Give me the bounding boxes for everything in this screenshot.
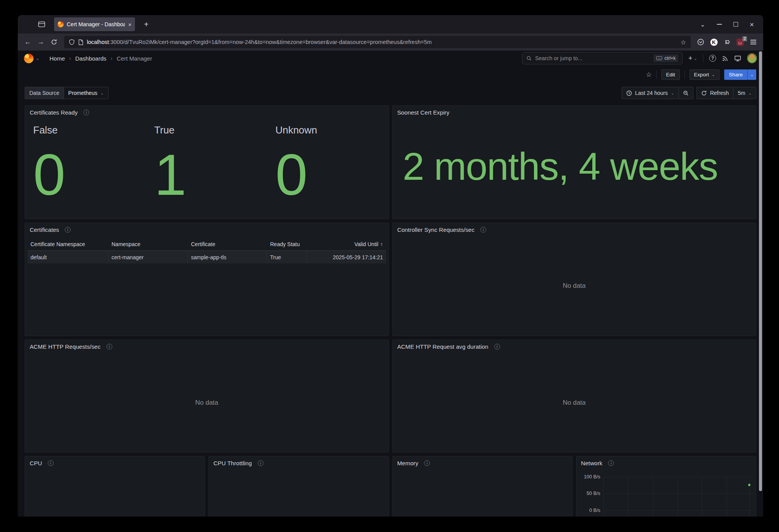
stat-false: False 0 — [25, 119, 146, 214]
refresh-icon — [701, 90, 707, 96]
refresh-group: Refresh 5m ⌄ — [696, 87, 756, 99]
panel-title[interactable]: Certificates — [30, 226, 59, 233]
info-icon[interactable]: i — [480, 227, 486, 233]
panel-title[interactable]: ACME HTTP Requests/sec — [30, 343, 101, 350]
page-info-icon[interactable] — [78, 39, 83, 45]
search-placeholder: Search or jump to... — [535, 55, 582, 61]
datasource-variable: Data Source Prometheus ⌄ — [25, 87, 108, 99]
info-icon[interactable]: i — [258, 460, 264, 466]
help-icon[interactable]: ? — [709, 55, 716, 62]
refresh-interval-dropdown[interactable]: 5m ⌄ — [733, 87, 756, 99]
stat-unknown: Unknown 0 — [267, 119, 389, 214]
panel-title[interactable]: CPU — [30, 460, 42, 466]
grafana-logo-icon[interactable] — [24, 54, 34, 63]
panel-title[interactable]: Soonest Cert Expiry — [397, 109, 449, 116]
extension-with-badge-icon[interactable]: ω 2 — [734, 36, 746, 48]
browser-tab[interactable]: Cert Manager - Dashboard × — [54, 17, 135, 31]
column-header-sorted[interactable]: Valid Until↑ — [307, 241, 386, 247]
pocket-icon[interactable] — [695, 36, 707, 48]
column-header[interactable]: Namespace — [108, 241, 188, 247]
info-icon[interactable]: i — [494, 344, 500, 350]
column-header[interactable]: Certificate Namespace — [27, 241, 108, 247]
table-header-row: Certificate Namespace Namespace Certific… — [27, 238, 386, 251]
news-rss-icon[interactable] — [722, 55, 728, 62]
no-data-message: No data — [25, 353, 389, 452]
breadcrumb-dashboards[interactable]: Dashboards — [75, 55, 106, 62]
network-chart[interactable]: 100 B/s 50 B/s 0 B/s — [576, 470, 756, 517]
tracking-shield-icon[interactable] — [69, 39, 75, 45]
url-bar[interactable]: localhost:3000/d/TvuRo2iMk/cert-manager?… — [64, 36, 691, 48]
list-all-tabs-icon[interactable]: ⌄ — [700, 21, 705, 28]
stat-values: False 0 True 1 Unknown 0 — [25, 119, 389, 214]
search-input[interactable]: Search or jump to... ctrl+k — [522, 52, 683, 64]
add-new-button[interactable]: +⌄ — [688, 54, 697, 62]
breadcrumb-home[interactable]: Home — [49, 55, 65, 62]
export-button[interactable]: Export ⌄ — [689, 69, 720, 80]
share-button[interactable]: Share — [724, 69, 747, 80]
monitor-icon[interactable] — [734, 55, 741, 62]
column-header[interactable]: Ready Statu — [267, 241, 307, 247]
new-tab-button[interactable]: + — [140, 19, 152, 30]
forward-button[interactable]: → — [35, 36, 47, 48]
reload-button[interactable] — [48, 36, 60, 48]
maximize-button[interactable] — [733, 22, 738, 27]
panel-title[interactable]: Controller Sync Requests/sec — [397, 226, 475, 233]
info-icon[interactable]: i — [424, 460, 430, 466]
stat-true: True 1 — [146, 119, 267, 214]
extension-badge: 2 — [742, 36, 747, 41]
panel-title[interactable]: Certificates Ready — [30, 109, 78, 116]
share-split-button: Share ⌄ — [724, 69, 756, 80]
grafana-header: ⌄ Home › Dashboards › Cert Manager Searc… — [18, 51, 763, 66]
panel-title[interactable]: CPU Throttling — [213, 460, 252, 466]
panel-certificates-ready: Certificates Ready i False 0 True 1 Unkn… — [25, 105, 389, 219]
tab-bar: Cert Manager - Dashboard × + ⌄ × — [18, 15, 763, 34]
expiry-value: 2 months, 4 weeks — [403, 144, 718, 189]
refresh-button[interactable]: Refresh — [697, 87, 733, 99]
dashboard-actions: ☆ Edit Export ⌄ Share ⌄ — [18, 66, 763, 83]
column-header[interactable]: Certificate — [188, 241, 267, 247]
no-data-message: No data — [393, 236, 756, 336]
zoom-out-button[interactable] — [678, 87, 693, 99]
org-switcher-chevron-icon[interactable]: ⌄ — [36, 56, 39, 61]
extensions-puzzle-icon[interactable] — [721, 36, 733, 48]
url-path: :3000/d/TvuRo2iMk/cert-manager?orgId=1&f… — [109, 39, 432, 45]
info-icon[interactable]: i — [83, 110, 89, 115]
table-row[interactable]: default cert-manager sample-app-tls True… — [27, 251, 386, 263]
minimize-button[interactable] — [717, 24, 722, 25]
panel-title[interactable]: Memory — [397, 460, 419, 466]
panel-cpu-throttling: CPU Throttling i — [208, 456, 389, 517]
panel-title[interactable]: ACME HTTP Request avg duration — [397, 343, 488, 350]
breadcrumb-current: Cert Manager — [117, 55, 152, 62]
user-avatar[interactable] — [747, 53, 757, 63]
panel-controller-sync: Controller Sync Requests/sec i No data — [392, 223, 757, 336]
page-scrollbar[interactable] — [759, 51, 762, 491]
info-icon[interactable]: i — [608, 460, 614, 466]
url-text[interactable]: localhost:3000/d/TvuRo2iMk/cert-manager?… — [87, 39, 677, 45]
breadcrumb: Home › Dashboards › Cert Manager — [49, 55, 152, 62]
grafana-app: ⌄ Home › Dashboards › Cert Manager Searc… — [18, 51, 763, 517]
panel-title[interactable]: Network — [581, 460, 603, 466]
panel-acme-requests: ACME HTTP Requests/sec i No data — [25, 339, 389, 453]
info-icon[interactable]: i — [65, 227, 71, 233]
back-button[interactable]: ← — [22, 36, 34, 48]
search-shortcut: ctrl+k — [654, 54, 678, 62]
firefox-view-icon[interactable] — [35, 18, 48, 30]
grafana-favicon-icon — [57, 21, 64, 27]
share-menu-chevron-icon[interactable]: ⌄ — [747, 69, 756, 80]
bookmark-star-icon[interactable]: ☆ — [681, 39, 686, 46]
time-range-picker[interactable]: Last 24 hours ⌄ — [622, 87, 678, 99]
favorite-star-icon[interactable]: ☆ — [646, 71, 652, 79]
time-picker-group: Last 24 hours ⌄ — [622, 87, 693, 99]
chevron-down-icon: ⌄ — [749, 91, 752, 95]
menu-hamburger-icon[interactable] — [747, 36, 759, 48]
browser-window: Cert Manager - Dashboard × + ⌄ × ← → — [18, 15, 763, 517]
datasource-label: Data Source — [25, 87, 64, 99]
edit-button[interactable]: Edit — [661, 69, 679, 80]
datasource-dropdown[interactable]: Prometheus ⌄ — [64, 87, 108, 99]
chevron-down-icon: ⌄ — [100, 91, 103, 95]
info-icon[interactable]: i — [106, 344, 112, 350]
info-icon[interactable]: i — [48, 460, 54, 466]
close-window-button[interactable]: × — [750, 21, 754, 28]
password-manager-icon[interactable]: K — [708, 36, 720, 48]
tab-close-icon[interactable]: × — [128, 21, 132, 28]
